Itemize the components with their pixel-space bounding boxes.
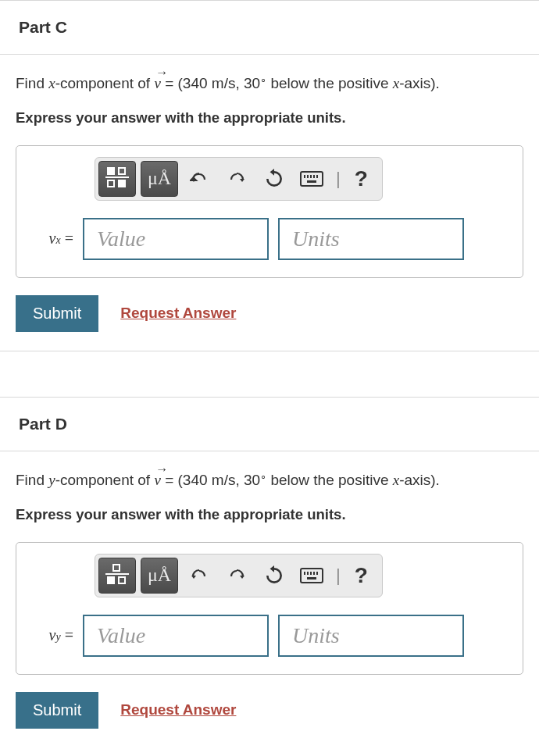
request-answer-link[interactable]: Request Answer — [120, 701, 236, 719]
variable-y: y — [48, 472, 55, 488]
toolbar: μÅ | ? — [95, 554, 509, 597]
action-row: Submit Request Answer — [16, 295, 523, 332]
separator: | — [333, 565, 344, 586]
units-input[interactable]: Units — [278, 615, 464, 657]
variable-x: x — [393, 472, 399, 488]
units-button[interactable]: μÅ — [141, 558, 178, 594]
variable-label: vy = — [30, 626, 73, 644]
variable-label: vx = — [30, 230, 73, 248]
text: Find — [16, 472, 48, 488]
units-icon: μÅ — [148, 168, 171, 189]
part-c: Part C Find x-component of v = (340 m/s,… — [0, 0, 539, 351]
var-base: v — [49, 230, 56, 247]
instruction: Express your answer with the appropriate… — [16, 109, 523, 145]
redo-icon — [227, 169, 246, 188]
question-prompt: Find x-component of v = (340 m/s, 30∘ be… — [16, 55, 523, 109]
units-button[interactable]: μÅ — [141, 161, 178, 197]
keyboard-icon — [300, 568, 323, 583]
reset-button[interactable] — [258, 559, 291, 592]
equals: = — [61, 230, 73, 247]
answer-panel: μÅ | ? — [16, 542, 523, 675]
text: -axis). — [399, 75, 440, 91]
text: below the positive — [266, 472, 393, 488]
reset-icon — [264, 565, 284, 586]
templates-button[interactable] — [98, 161, 136, 197]
redo-icon — [227, 566, 246, 585]
text: = (340 m/s, 30 — [161, 472, 260, 488]
degree: ∘ — [260, 73, 266, 85]
help-button[interactable]: ? — [348, 166, 374, 191]
part-body: Find y-component of v = (340 m/s, 30∘ be… — [0, 451, 539, 747]
units-input[interactable]: Units — [278, 218, 464, 260]
redo-button[interactable] — [220, 559, 253, 592]
toolbar: μÅ | ? — [95, 157, 509, 201]
text: Find — [16, 75, 48, 91]
keyboard-button[interactable] — [295, 162, 328, 195]
help-button[interactable]: ? — [348, 563, 374, 588]
var-base: v — [49, 626, 56, 644]
action-row: Submit Request Answer — [16, 692, 523, 729]
text: -axis). — [399, 472, 440, 488]
vector-v: v — [154, 73, 160, 95]
undo-icon — [190, 566, 209, 585]
reset-button[interactable] — [258, 162, 291, 195]
part-title: Part C — [0, 1, 539, 54]
text: -component of — [55, 75, 155, 91]
variable-x: x — [48, 75, 55, 91]
variable-x: x — [393, 75, 399, 91]
templates-button[interactable] — [98, 558, 136, 594]
keyboard-button[interactable] — [295, 559, 328, 592]
tool-pill: μÅ | ? — [95, 157, 383, 201]
question-prompt: Find y-component of v = (340 m/s, 30∘ be… — [16, 451, 523, 506]
submit-button[interactable]: Submit — [16, 295, 98, 332]
instruction: Express your answer with the appropriate… — [16, 506, 523, 542]
tool-pill: μÅ | ? — [95, 554, 383, 597]
value-input[interactable]: Value — [83, 615, 269, 657]
value-input[interactable]: Value — [83, 218, 269, 260]
text: below the positive — [266, 75, 393, 91]
part-title: Part D — [0, 398, 539, 451]
reset-icon — [264, 169, 284, 189]
equals: = — [61, 626, 73, 644]
input-row: vy = Value Units — [30, 615, 509, 657]
text: = (340 m/s, 30 — [161, 75, 260, 91]
keyboard-icon — [300, 171, 323, 187]
text: -component of — [55, 472, 155, 488]
input-row: vx = Value Units — [30, 218, 509, 260]
separator: | — [333, 169, 344, 189]
units-icon: μÅ — [148, 565, 171, 586]
request-answer-link[interactable]: Request Answer — [120, 305, 236, 322]
template-icon — [104, 167, 130, 191]
vector-v: v — [154, 469, 160, 492]
answer-panel: μÅ | ? — [16, 145, 523, 278]
submit-button[interactable]: Submit — [16, 692, 98, 729]
redo-button[interactable] — [220, 162, 253, 195]
template-icon — [104, 564, 130, 587]
part-body: Find x-component of v = (340 m/s, 30∘ be… — [0, 54, 539, 351]
part-d: Part D Find y-component of v = (340 m/s,… — [0, 397, 539, 747]
undo-icon — [190, 169, 209, 188]
degree: ∘ — [260, 470, 266, 482]
undo-button[interactable] — [183, 559, 216, 592]
undo-button[interactable] — [183, 162, 216, 195]
